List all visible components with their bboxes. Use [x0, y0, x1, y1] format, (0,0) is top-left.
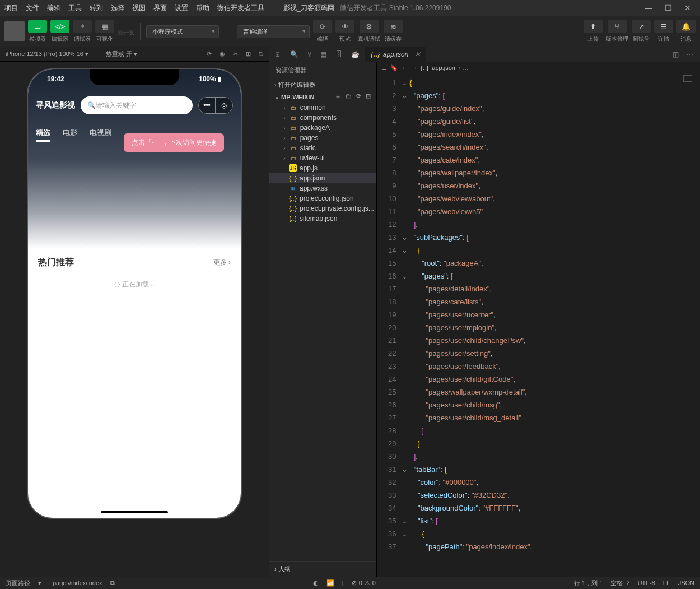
page-path[interactable]: pages/index/index	[53, 579, 102, 586]
more-icon[interactable]: ⋯	[687, 50, 693, 58]
status-bar: 页面路径▾ | pages/index/index ⧉ ◐ 📶 | ⊘ 0 ⚠ …	[0, 577, 700, 589]
collapse-icon[interactable]: ⊟	[366, 92, 371, 101]
folder-pages[interactable]: 🗀pages	[269, 133, 376, 143]
menu-bar: 项目 文件 编辑 工具 转到 选择 视图 界面 设置 帮助 微信开发者工具 影视…	[0, 0, 700, 16]
code-content[interactable]: { "pages": [ "pages/guide/index", "pages…	[409, 76, 532, 577]
explorer-more-icon[interactable]: ⋯	[363, 66, 370, 75]
file-appjs[interactable]: JSapp.js	[269, 163, 376, 173]
clear-cache-button[interactable]: ≋	[384, 20, 403, 33]
maximize-icon[interactable]: ☐	[665, 3, 672, 12]
visualize-button[interactable]: ▦	[95, 20, 114, 33]
version-button[interactable]: ⑂	[608, 20, 627, 33]
eol[interactable]: LF	[663, 579, 670, 586]
new-file-icon[interactable]: ＋	[335, 92, 341, 101]
simulator-button[interactable]: ▭	[28, 20, 47, 33]
menu-file[interactable]: 文件	[26, 3, 39, 13]
cloud-tab-icon[interactable]: ☕	[351, 50, 360, 58]
details-button[interactable]: ☰	[654, 20, 673, 33]
menu-wxdev[interactable]: 微信开发者工具	[217, 3, 264, 13]
broadcast-icon[interactable]: 📶	[326, 579, 334, 587]
upload-button[interactable]: ⬆	[584, 20, 603, 33]
refresh-tree-icon[interactable]: ⟳	[356, 92, 361, 101]
search-input[interactable]: 🔍 请输入关键字	[81, 96, 193, 114]
file-projectconfig[interactable]: {‥}project.config.json	[269, 193, 376, 203]
menu-tool[interactable]: 工具	[68, 3, 82, 13]
compile-button[interactable]: ⟳	[313, 20, 332, 33]
loading-text: ◌ 正在加载...	[38, 280, 231, 289]
more-link[interactable]: 更多 ›	[213, 258, 231, 267]
outline-section[interactable]: › 大纲	[269, 561, 376, 577]
file-projectprivate[interactable]: {‥}project.private.config.js...	[269, 203, 376, 214]
message-button[interactable]: 🔔	[676, 20, 696, 33]
test-button[interactable]: ↗	[632, 20, 651, 33]
refresh-icon[interactable]: ⟳	[207, 50, 212, 58]
capsule-menu-icon[interactable]: •••	[199, 98, 216, 113]
tab-tv[interactable]: 电视剧	[90, 128, 111, 142]
indent[interactable]: 空格: 2	[610, 579, 629, 587]
split-editor-icon[interactable]: ◫	[673, 50, 679, 58]
menu-view[interactable]: 视图	[132, 3, 146, 13]
scene-icon[interactable]: ◐	[313, 579, 319, 587]
menu-edit[interactable]: 编辑	[47, 3, 60, 13]
encoding[interactable]: UTF-8	[638, 579, 655, 586]
avatar[interactable]	[4, 21, 25, 41]
split-icon[interactable]	[683, 75, 692, 82]
file-sitemap[interactable]: {‥}sitemap.json	[269, 214, 376, 224]
hot-reload-toggle[interactable]: 热重载 开 ▾	[106, 50, 137, 58]
tab-featured[interactable]: 精选	[36, 128, 50, 142]
capsule-close-icon[interactable]: ◎	[216, 98, 232, 113]
file-appwxss[interactable]: ≋app.wxss	[269, 183, 376, 193]
folder-common[interactable]: 🗀common	[269, 103, 376, 113]
mode-select[interactable]: 小程序模式	[146, 25, 219, 38]
search-tab-icon[interactable]: 🔍	[290, 50, 298, 58]
file-appjson[interactable]: {‥}app.json	[269, 173, 376, 183]
bc-fwd-icon[interactable]: →	[411, 64, 417, 71]
compile-select[interactable]: 普通编译	[237, 25, 310, 38]
menu-goto[interactable]: 转到	[90, 3, 103, 13]
minimize-icon[interactable]: —	[645, 3, 652, 12]
debugger-button[interactable]: ⌖	[73, 20, 92, 33]
ext-tab-icon[interactable]: ▦	[320, 50, 326, 58]
capsule-button[interactable]: •••◎	[198, 97, 233, 114]
preview-button[interactable]: 👁	[335, 20, 354, 33]
status-battery: 100% ▮	[199, 75, 222, 83]
cloud-dev-button[interactable]: 云开发	[118, 29, 134, 36]
menu-select[interactable]: 选择	[111, 3, 124, 13]
folder-packagea[interactable]: 🗀packageA	[269, 123, 376, 133]
file-tab-appjson[interactable]: {‥} app.json ✕	[365, 47, 426, 62]
bc-back-icon[interactable]: ←	[402, 64, 408, 71]
tab-movie[interactable]: 电影	[63, 128, 77, 142]
menu-help[interactable]: 帮助	[196, 3, 209, 13]
menu-setting[interactable]: 设置	[175, 3, 188, 13]
folder-static[interactable]: 🗀static	[269, 143, 376, 153]
cut-icon[interactable]: ✂	[233, 50, 238, 58]
code-editor[interactable]: ☰ 🔖 ← → {‥} app.json › … 123456789101112…	[377, 62, 700, 577]
folder-uview[interactable]: 🗀uview-ui	[269, 153, 376, 163]
device-select[interactable]: iPhone 12/13 (Pro) 100% 16 ▾	[6, 50, 88, 58]
lang-mode[interactable]: JSON	[678, 579, 694, 586]
db-tab-icon[interactable]: 🗄	[335, 50, 342, 58]
project-root[interactable]: ⌄ MP-WEIXIN ＋ 🗀 ⟳ ⊟	[269, 91, 376, 103]
git-tab-icon[interactable]: ⑂	[307, 50, 311, 58]
fold-gutter[interactable]: ⌄⌄ ⌄⌄ ⌄ ⌄ ⌄⌄	[402, 76, 409, 577]
errors-count[interactable]: ⊘ 0 ⚠ 0	[352, 579, 376, 587]
breadcrumb[interactable]: ☰ 🔖 ← → {‥} app.json › …	[377, 62, 700, 74]
bc-list-icon[interactable]: ☰	[381, 64, 387, 72]
record-icon[interactable]: ◉	[220, 50, 225, 58]
real-debug-button[interactable]: ⚙	[360, 20, 379, 33]
tab-close-icon[interactable]: ✕	[415, 50, 421, 58]
cursor-pos[interactable]: 行 1，列 1	[574, 579, 603, 587]
close-icon[interactable]: ✕	[684, 3, 691, 12]
menu-interface[interactable]: 界面	[153, 3, 167, 13]
copy-path-icon[interactable]: ⧉	[110, 579, 115, 587]
bc-bookmark-icon[interactable]: 🔖	[390, 64, 398, 72]
editor-button[interactable]: </>	[50, 20, 69, 33]
json-icon: {‥}	[421, 64, 428, 72]
folder-components[interactable]: 🗀components	[269, 113, 376, 123]
rotate-icon[interactable]: ⊞	[246, 50, 251, 58]
new-folder-icon[interactable]: 🗀	[346, 92, 352, 101]
popout-icon[interactable]: ⧉	[259, 50, 263, 58]
open-editors-section[interactable]: ›打开的编辑器	[269, 79, 376, 91]
explorer-tab-icon[interactable]: 🗎	[274, 50, 281, 58]
menu-project[interactable]: 项目	[4, 3, 18, 13]
